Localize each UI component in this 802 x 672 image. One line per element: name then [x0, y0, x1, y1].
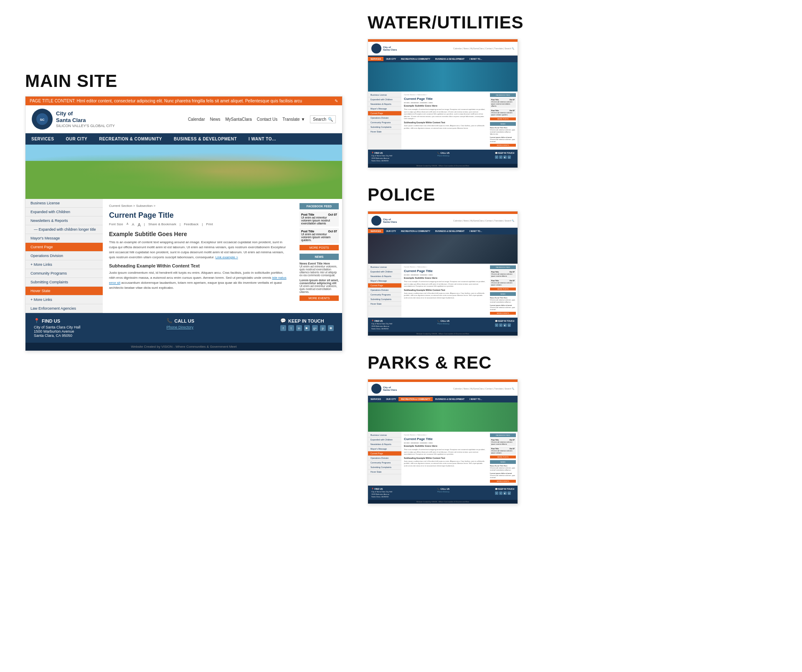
hero-image-inner [25, 145, 342, 199]
thumb-footer-find-water: 📍 FIND US City of Santa Clara City Hall … [371, 152, 392, 162]
social-icons: f t in ▶ g+ p ◉ [280, 325, 334, 331]
nav-services[interactable]: SERVICES [25, 133, 60, 145]
thumb-page-title-police: Current Page Title [404, 269, 486, 273]
sidebar-complaints[interactable]: Submitting Complaints [25, 278, 103, 287]
font-size-a-large[interactable]: A [137, 222, 140, 227]
youtube-icon[interactable]: ▶ [304, 325, 310, 331]
thumb-hero-parks [368, 402, 518, 432]
thumb-main-parks: Current Section > Subsection > Current P… [401, 432, 488, 486]
thumb-footer-addr3-parks: Santa Clara, CA 95050 [371, 496, 392, 498]
thumb-sb-5-police: Current Page [368, 283, 401, 288]
thumb-social-icons-police: f t ▶ g [495, 323, 514, 327]
thumb-logo-text-parks: City ofSanta Clara [383, 386, 397, 391]
sidebar-operations[interactable]: Operations Division [25, 252, 103, 260]
thumb-more-posts-police: MORE POSTS [490, 288, 516, 290]
thumb-subtitle-police: Example Subtitle Goes Here [404, 277, 486, 279]
thumb-news-1-text-police: Ut enim ad mirentur volorem, quis nostru… [490, 299, 516, 303]
thumb-more-events-parks: MORE EVENTS [490, 480, 516, 483]
font-size-a-small[interactable]: A [127, 222, 129, 227]
thumb-right-water: FACEBOOK FEED Post Title Oct 07 Ut enim … [488, 92, 518, 150]
logo-text: City ofSanta Clara [56, 110, 115, 123]
fb-post-1-text: Ut enim ad mirentur volorem ipsum nostru… [301, 216, 337, 225]
twitter-icon[interactable]: t [288, 325, 294, 331]
sidebar-community[interactable]: Community Programs [25, 269, 103, 278]
thumb-footer-call-water: 📞 CALL US Phone Directory [437, 152, 449, 162]
more-events-button[interactable]: MORE EVENTS [299, 295, 339, 301]
sidebar-newsletters[interactable]: Newsletters & Reports [25, 216, 103, 225]
thumb-tw-icon-water: t [499, 155, 503, 159]
thumb-nav-business-police: BUSINESS & DEVELOPMENT [433, 229, 467, 233]
police-label: POLICE [368, 185, 785, 205]
linkedin-icon[interactable]: in [296, 325, 302, 331]
sidebar-more-links-1[interactable]: + More Links [25, 260, 103, 269]
sidebar-expanded-children[interactable]: Expanded with Children [25, 208, 103, 216]
thumb-right-parks: FACEBOOK FEED Post TitleOct 07 Ut enim a… [488, 432, 518, 486]
thumb-yt-icon-water: ▶ [503, 155, 507, 159]
phone-directory-link[interactable]: Phone Directory [167, 325, 194, 329]
print-link[interactable]: Print [206, 222, 213, 227]
sidebar-mayors-message[interactable]: Mayor's Message [25, 234, 103, 243]
news-item-1-text: Ut enim ad mirentur volorem, quis nostru… [299, 265, 339, 277]
thumb-fb-post-2-parks: Post TitleOct 07 Ut enim ad mirentur vol… [490, 447, 516, 455]
nav-contact[interactable]: Contact Us [257, 117, 277, 122]
nav-translate[interactable]: Translate ▼ [282, 117, 305, 122]
parks-rec-mockup: City ofSanta Clara Calendar | News | MyS… [368, 379, 518, 504]
sidebar-hover-state[interactable]: Hover State [25, 287, 103, 295]
thumb-news-2-text-parks: Ut enim ad mirentur volorem, quis nostru… [490, 474, 516, 479]
footer-keep-in-touch: 💬 KEEP IN TOUCH f t in ▶ g+ p ◉ [280, 318, 334, 331]
thumb-sidebar-police: Business License Expanded with Children … [368, 264, 401, 318]
link-example[interactable]: Link example > [216, 255, 238, 259]
inline-link[interactable]: iste natus error sit [109, 276, 287, 285]
parks-rec-label: PARKS & REC [368, 353, 785, 373]
fb-post-2-date: Oct 07 [328, 230, 337, 233]
googleplus-icon[interactable]: g+ [312, 325, 318, 331]
site-logo: SC City ofSanta Clara SILICON VALLEY'S G… [32, 109, 115, 130]
thumb-sb-4-police: Mayor's Message [368, 279, 401, 283]
nav-business[interactable]: BUSINESS & DEVELOPMENT [168, 133, 243, 145]
body-text: This is an example of content text wrapp… [109, 240, 290, 260]
sidebar-more-links-2[interactable]: + More Links [25, 295, 103, 304]
thumb-news-2-parks: Lorem ipsum dolor sit amet Ut enim ad mi… [490, 472, 516, 479]
main-site-mockup: PAGE TITLE CONTENT: Html editor content,… [25, 96, 343, 351]
rss-icon[interactable]: ◉ [328, 325, 334, 331]
sidebar-expanded-longer[interactable]: — Expanded with children longer title [25, 225, 103, 234]
thumb-footer-touch-title-water: 💬 KEEP IN TOUCH [495, 152, 514, 154]
thumb-footer-call-police: 📞 CALL US Phone Directory [437, 320, 449, 330]
thumb-more-posts-parks: MORE POSTS [490, 456, 516, 458]
nav-news[interactable]: News [210, 117, 220, 122]
thumb-logo-circle-parks [371, 384, 381, 394]
nav-i-want-to[interactable]: I WANT TO... [243, 133, 282, 145]
thumb-fb-post-2-police: Post TitleOct 07 Ut enim ad mirentur vol… [490, 279, 516, 287]
thumb-fb-post-2-water: Post Title Oct 07 Ut enim ad mirentur vo… [490, 109, 516, 117]
nav-calendar[interactable]: Calendar [188, 117, 205, 122]
subheading: Subheading Example Within Content Text [109, 263, 290, 268]
thumb-nav-parks: SERVICES OUR CITY RECREATION & COMMUNITY… [368, 396, 518, 402]
edit-icon[interactable]: ✎ [335, 99, 338, 103]
facebook-feed-title: FACEBOOK FEED [299, 203, 339, 209]
nav-mysantaclara[interactable]: MySantaClara [225, 117, 251, 122]
thumb-nav-recreation-police: RECREATION & COMMUNITY [398, 229, 433, 233]
sidebar-law-enforcement[interactable]: Law Enforcement Agencies [25, 304, 103, 313]
more-posts-button[interactable]: MORE POSTS [299, 245, 339, 250]
logo-subtitle: SILICON VALLEY'S GLOBAL CITY [56, 124, 115, 128]
thumb-logo-text-water: City ofSanta Clara [383, 46, 397, 51]
separator: | [144, 222, 145, 227]
thumb-logo-water: City ofSanta Clara [371, 43, 397, 53]
search-icon[interactable]: 🔍 [328, 117, 333, 122]
thumb-tw-icon-police: t [499, 323, 503, 327]
nav-recreation[interactable]: RECREATION & COMMUNITY [93, 133, 168, 145]
thumb-fb-post-2-text-water: Ut enim ad mirentur volorem ipsum veniam… [491, 112, 515, 116]
share-bookmark[interactable]: Share & Bookmark [148, 222, 176, 227]
pinterest-icon[interactable]: p [320, 325, 326, 331]
font-size-a-med[interactable]: A [132, 222, 134, 227]
search-box[interactable]: Search 🔍 [310, 115, 336, 123]
thumb-breadcrumb-water: Current Section > Subsection > [404, 94, 486, 96]
sidebar-current-page[interactable]: Current Page [25, 243, 103, 252]
thumb-fb-icon-police: f [495, 323, 498, 327]
facebook-icon[interactable]: f [280, 325, 286, 331]
thumb-footer-police: 📍 FIND US City of Santa Clara City Hall … [368, 318, 518, 332]
feedback-link[interactable]: Feedback [184, 222, 198, 227]
sidebar-business-license[interactable]: Business License [25, 199, 103, 208]
nav-our-city[interactable]: OUR CITY [60, 133, 93, 145]
fb-post-1-date: Oct 07 [328, 213, 337, 216]
